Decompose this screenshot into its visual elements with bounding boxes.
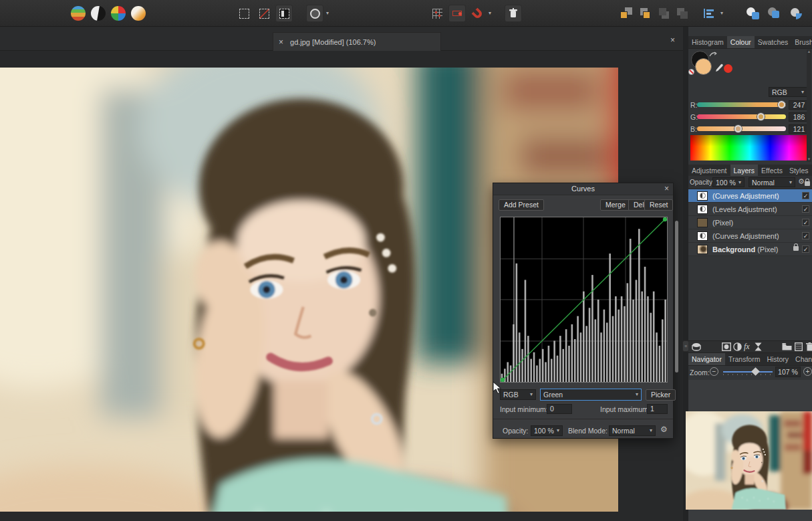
- fx-layer-icon[interactable]: fx: [744, 342, 750, 352]
- picker-button[interactable]: Picker: [646, 389, 676, 401]
- colour-panel-scrollbar[interactable]: ▲ ▼: [807, 49, 811, 162]
- layer-row-levels[interactable]: (Levels Adjustment) ✓: [688, 203, 812, 216]
- layers-lock-icon[interactable]: [805, 181, 810, 186]
- tab-close-icon[interactable]: ×: [279, 38, 283, 46]
- zoom-value[interactable]: 107 %: [775, 367, 801, 377]
- tab-styles[interactable]: Styles: [786, 165, 812, 177]
- colour-mode-dropdown[interactable]: RGB▾: [769, 87, 807, 97]
- snapping-caret-icon[interactable]: ▾: [489, 11, 491, 16]
- slider-b-handle[interactable]: [734, 125, 742, 132]
- slider-g-track[interactable]: [697, 114, 786, 119]
- boolean-intersect-icon[interactable]: [787, 5, 805, 22]
- blend-mode-dropdown[interactable]: Normal▾: [609, 425, 656, 436]
- scroll-down-icon[interactable]: ▼: [807, 157, 811, 162]
- add-preset-button[interactable]: Add Preset: [499, 199, 544, 211]
- layer-visibility-checkbox[interactable]: ✓: [802, 219, 809, 226]
- no-fill-swatch[interactable]: [688, 69, 694, 75]
- merge-button[interactable]: Merge: [600, 199, 631, 211]
- curves-graph[interactable]: [500, 217, 668, 383]
- tab-effects[interactable]: Effects: [758, 165, 786, 177]
- slider-g-handle[interactable]: [757, 113, 765, 120]
- document-tab[interactable]: × gd.jpg [Modified] (106.7%): [273, 32, 441, 51]
- magnet-snapping-icon[interactable]: [468, 5, 486, 22]
- zoom-in-button[interactable]: +: [803, 367, 812, 376]
- live-filter-icon[interactable]: [755, 342, 762, 351]
- curves-dialog-title[interactable]: Curves: [493, 183, 673, 195]
- dialog-gear-icon[interactable]: ⚙: [660, 425, 668, 434]
- tab-brushes[interactable]: Brushes: [791, 36, 812, 48]
- layers-gear-icon[interactable]: ⚙: [798, 177, 805, 186]
- tab-histogram[interactable]: Histogram: [688, 36, 727, 48]
- delete-layer-icon[interactable]: [806, 342, 812, 351]
- tab-adjustment[interactable]: Adjustment: [688, 165, 730, 177]
- tab-navigator[interactable]: Navigator: [688, 353, 725, 365]
- navigator-preview-thumbnail[interactable]: [686, 411, 812, 510]
- layers-blend-dropdown[interactable]: Normal▾: [749, 177, 795, 187]
- develop-persona-icon[interactable]: [110, 5, 127, 22]
- layer-visibility-checkbox[interactable]: ✓: [802, 192, 809, 199]
- swap-swatches-icon[interactable]: [709, 51, 717, 58]
- move-forward-icon[interactable]: [636, 5, 654, 22]
- channel-select-dropdown[interactable]: Green▾: [540, 389, 642, 401]
- group-folder-icon[interactable]: [782, 342, 792, 350]
- input-maximum-field[interactable]: 1: [647, 404, 668, 414]
- move-backward-icon[interactable]: [655, 5, 672, 22]
- channel-master-dropdown[interactable]: RGB▾: [500, 389, 536, 400]
- eyedropper-icon[interactable]: [714, 63, 724, 74]
- zoom-slider-track[interactable]: [723, 371, 773, 373]
- tab-transform[interactable]: Transform: [725, 353, 763, 365]
- layer-row-background[interactable]: Background (Pixel) ✓: [688, 243, 812, 256]
- assistant-robot-icon[interactable]: [505, 5, 522, 22]
- picked-colour-swatch[interactable]: [724, 64, 732, 73]
- tabbar-close-icon[interactable]: ×: [670, 36, 675, 44]
- slider-r-track[interactable]: [697, 102, 786, 107]
- slices-icon[interactable]: [448, 5, 466, 22]
- photo-persona-icon[interactable]: [70, 5, 87, 22]
- mask-disk-icon[interactable]: [692, 342, 701, 351]
- masked-selection-icon[interactable]: [275, 5, 293, 22]
- zoom-out-button[interactable]: −: [710, 367, 718, 376]
- adjustment-layer-icon[interactable]: [733, 342, 742, 351]
- tab-colour[interactable]: Colour: [727, 36, 755, 48]
- tab-swatches[interactable]: Swatches: [755, 36, 792, 48]
- layer-visibility-checkbox[interactable]: ✓: [802, 232, 809, 239]
- align-icon[interactable]: [700, 5, 718, 22]
- tab-channels[interactable]: Channels: [792, 353, 812, 365]
- liquify-persona-icon[interactable]: [90, 5, 107, 22]
- layer-row-curves-1[interactable]: (Curves Adjustment) ✓: [688, 189, 812, 203]
- curves-close-icon[interactable]: ×: [664, 185, 669, 193]
- mask-layer-icon[interactable]: [722, 342, 731, 351]
- boolean-add-icon[interactable]: [745, 5, 762, 22]
- layer-visibility-checkbox[interactable]: ✓: [802, 245, 809, 253]
- scroll-up-icon[interactable]: ▲: [807, 49, 811, 54]
- layer-row-pixel[interactable]: (Pixel) ✓: [688, 216, 812, 229]
- layer-row-curves-2[interactable]: (Curves Adjustment) ✓: [688, 229, 812, 243]
- new-layer-icon[interactable]: [795, 342, 803, 351]
- input-minimum-field[interactable]: 0: [547, 404, 572, 414]
- move-to-back-icon[interactable]: [674, 5, 691, 22]
- pixel-thumbnail[interactable]: [697, 218, 708, 227]
- move-to-front-icon[interactable]: [618, 5, 635, 22]
- reset-button[interactable]: Reset: [644, 199, 673, 211]
- tab-history[interactable]: History: [763, 353, 792, 365]
- tool-options-caret-icon[interactable]: ▾: [326, 11, 329, 16]
- layers-opacity-dropdown[interactable]: 100 %▾: [712, 177, 745, 187]
- slider-r-handle[interactable]: [778, 101, 785, 108]
- adjustment-thumbnail[interactable]: [697, 191, 708, 201]
- fill-swatch[interactable]: [695, 58, 712, 75]
- tool-options-icon[interactable]: [306, 5, 323, 22]
- dialog-scrollbar[interactable]: [675, 221, 678, 373]
- layer-visibility-checkbox[interactable]: ✓: [802, 205, 809, 213]
- tab-layers[interactable]: Layers: [730, 165, 759, 177]
- colour-spectrum[interactable]: [690, 135, 809, 161]
- marquee-selection-icon[interactable]: [235, 5, 253, 22]
- adjustment-thumbnail[interactable]: [697, 205, 708, 214]
- align-caret-icon[interactable]: ▾: [720, 11, 723, 16]
- tone-mapping-persona-icon[interactable]: [130, 5, 147, 22]
- grid-snap-icon[interactable]: [428, 5, 446, 22]
- adjustment-thumbnail[interactable]: [697, 231, 708, 241]
- photo-thumbnail[interactable]: [697, 245, 708, 254]
- boolean-subtract-icon[interactable]: [766, 5, 783, 22]
- dialog-opacity-dropdown[interactable]: 100 %▾: [531, 425, 563, 436]
- diagonal-slice-icon[interactable]: [255, 5, 273, 22]
